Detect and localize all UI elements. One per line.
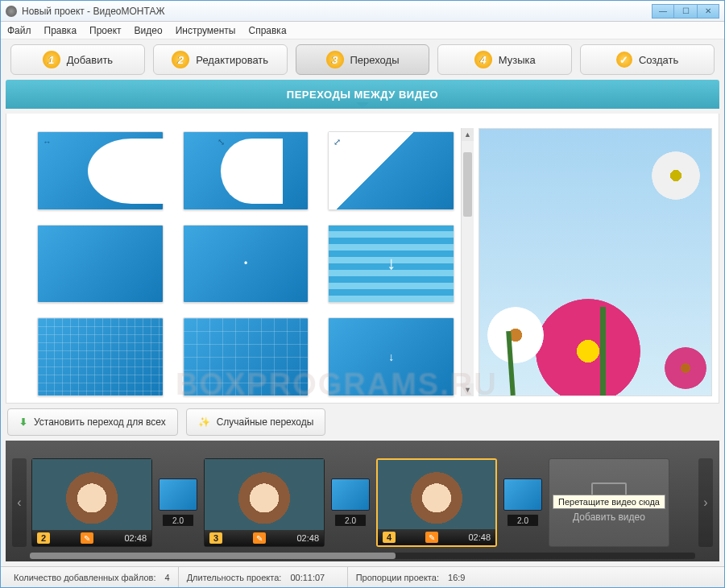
transition-thumb[interactable] [37, 225, 164, 304]
menu-help[interactable]: Справка [248, 25, 286, 36]
transition-thumb[interactable] [37, 317, 164, 396]
wand-icon: ✨ [198, 416, 210, 428]
edit-icon[interactable]: ✎ [425, 532, 438, 543]
edit-icon[interactable]: ✎ [253, 532, 266, 544]
random-button[interactable]: ✨Случайные переходы [186, 408, 326, 436]
scroll-thumb[interactable] [463, 152, 472, 217]
step-tabs: 1Добавить 2Редактировать 3Переходы 4Музы… [6, 44, 719, 75]
app-window: Новый проект - ВидеоМОНТАЖ — ☐ ✕ Файл Пр… [0, 0, 725, 588]
main-row: ↔ ⤡ ⤢ • ↓ ↓ ▲ ▼ [6, 114, 719, 404]
status-ratio: Пропорции проекта: 16:9 [348, 567, 719, 587]
menu-edit[interactable]: Правка [44, 25, 77, 36]
scroll-up-icon[interactable]: ▲ [462, 128, 474, 141]
status-files: Количество добавленных файлов: 4 [6, 567, 179, 587]
transitions-gallery: ↔ ⤡ ⤢ • ↓ ↓ [13, 128, 461, 396]
menu-video[interactable]: Видео [135, 25, 163, 36]
tab-music[interactable]: 4Музыка [437, 44, 572, 75]
gallery-scrollbar[interactable]: ▲ ▼ [461, 128, 474, 396]
action-buttons: ⬇Установить переход для всех ✨Случайные … [6, 408, 719, 436]
timeline-clip[interactable]: 2✎02:48 [31, 458, 152, 547]
timeline-clip[interactable]: 3✎02:48 [204, 458, 325, 547]
tab-edit[interactable]: 2Редактировать [153, 44, 288, 75]
statusbar: Количество добавленных файлов: 4 Длитель… [1, 566, 724, 587]
menu-file[interactable]: Файл [7, 25, 31, 36]
preview-image [479, 129, 711, 395]
timeline-transition[interactable]: 2.0 [329, 478, 371, 527]
preview-panel [478, 128, 712, 396]
timeline-transition[interactable]: 2.0 [502, 478, 544, 527]
window-title: Новый проект - ВидеоМОНТАЖ [22, 6, 652, 17]
timeline-scrollbar[interactable] [30, 553, 695, 559]
app-icon [6, 6, 17, 17]
scroll-down-icon[interactable]: ▼ [462, 383, 474, 396]
edit-icon[interactable]: ✎ [81, 532, 93, 544]
timeline-items: 2✎02:48 2.0 3✎02:48 2.0 4✎02:48 2.0 Пере… [31, 458, 694, 547]
menu-tools[interactable]: Инструменты [176, 25, 236, 36]
drop-tooltip: Перетащите видео сюда [553, 495, 665, 509]
status-length: Длительность проекта: 00:11:07 [179, 567, 348, 587]
timeline: ‹ 2✎02:48 2.0 3✎02:48 2.0 4✎02:48 2.0 [6, 441, 719, 561]
timeline-clip[interactable]: 4✎02:48 [376, 458, 497, 547]
transition-thumb[interactable]: ↔ [37, 131, 164, 210]
timeline-scroll-thumb[interactable] [30, 553, 396, 559]
check-icon: ✓ [616, 52, 632, 68]
transition-thumb[interactable]: ↓ [328, 225, 454, 304]
tab-create[interactable]: ✓Создать [580, 44, 715, 75]
transition-thumb[interactable]: • [183, 225, 309, 304]
clip-thumbnail [205, 459, 324, 530]
titlebar: Новый проект - ВидеоМОНТАЖ — ☐ ✕ [1, 1, 724, 22]
tab-transitions[interactable]: 3Переходы [296, 44, 430, 75]
add-video-slot[interactable]: Перетащите видео сюда Добавить видео [549, 458, 669, 547]
section-banner: ПЕРЕХОДЫ МЕЖДУ ВИДЕО [6, 80, 719, 109]
download-icon: ⬇ [19, 416, 27, 428]
transition-thumb[interactable] [183, 317, 309, 396]
content: 1Добавить 2Редактировать 3Переходы 4Музы… [1, 39, 724, 566]
transition-thumb[interactable]: ↓ [328, 317, 454, 396]
apply-all-button[interactable]: ⬇Установить переход для всех [7, 408, 178, 436]
tab-add[interactable]: 1Добавить [10, 44, 145, 75]
timeline-next[interactable]: › [698, 458, 713, 547]
timeline-transition[interactable]: 2.0 [157, 478, 199, 527]
menubar: Файл Правка Проект Видео Инструменты Спр… [1, 22, 724, 39]
clip-thumbnail [378, 460, 495, 529]
clip-thumbnail [32, 459, 151, 530]
transitions-gallery-wrap: ↔ ⤡ ⤢ • ↓ ↓ ▲ ▼ [13, 128, 474, 396]
maximize-button[interactable]: ☐ [674, 4, 697, 19]
close-button[interactable]: ✕ [697, 4, 719, 19]
menu-project[interactable]: Проект [89, 25, 122, 36]
timeline-prev[interactable]: ‹ [12, 458, 27, 547]
minimize-button[interactable]: — [652, 4, 674, 19]
transition-thumb[interactable]: ⤢ [328, 131, 454, 210]
transition-thumb[interactable]: ⤡ [183, 131, 309, 210]
